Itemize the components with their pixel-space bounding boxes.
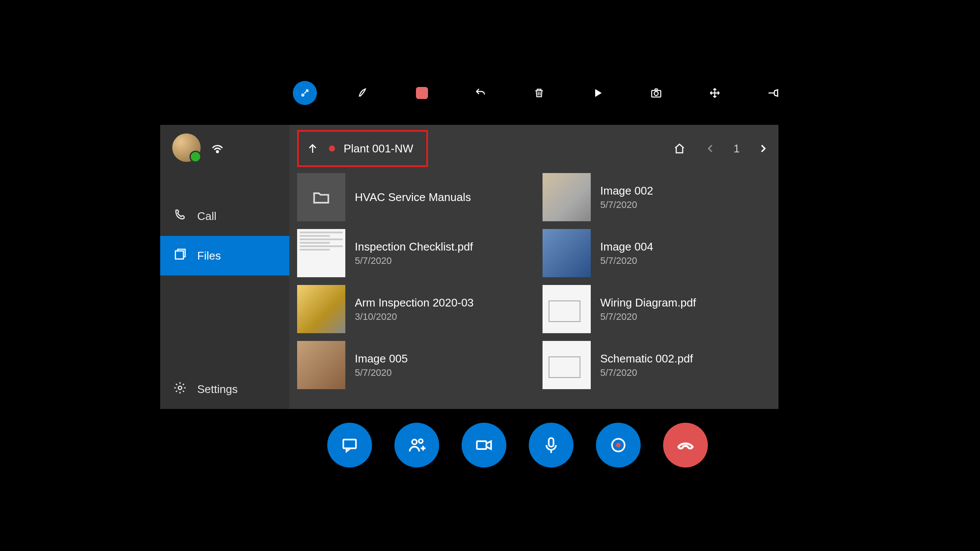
call-controls: [327, 423, 708, 467]
file-name: Schematic 002.pdf: [600, 352, 693, 365]
svg-point-8: [419, 439, 423, 443]
prev-page-button[interactable]: [703, 141, 718, 156]
move-tool-button[interactable]: [703, 81, 727, 105]
camera-button[interactable]: [644, 81, 668, 105]
file-name: Inspection Checklist.pdf: [355, 240, 473, 254]
file-date: 5/7/2020: [600, 199, 653, 210]
svg-rect-10: [549, 438, 554, 447]
breadcrumb[interactable]: Plant 001-NW: [297, 130, 428, 167]
undo-button[interactable]: [468, 81, 493, 105]
svg-point-2: [654, 92, 658, 96]
svg-point-5: [178, 386, 182, 390]
file-name: Image 005: [355, 352, 408, 365]
file-date: 5/7/2020: [600, 311, 696, 322]
add-participant-button[interactable]: [394, 423, 439, 467]
file-date: 5/7/2020: [600, 255, 653, 266]
file-item[interactable]: Image 004 5/7/2020: [543, 227, 771, 279]
gear-icon: [173, 381, 187, 398]
annotation-toolbar: [293, 81, 785, 105]
phone-icon: [173, 208, 187, 225]
sidebar-item-label: Files: [197, 249, 221, 263]
record-button[interactable]: [596, 423, 641, 467]
folder-icon: [297, 173, 345, 221]
svg-rect-4: [175, 251, 183, 259]
record-indicator-icon: [329, 145, 335, 152]
sidebar-item-label: Settings: [197, 383, 238, 396]
avatar[interactable]: [172, 133, 201, 162]
file-date: 5/7/2020: [355, 255, 473, 266]
chat-button[interactable]: [327, 423, 372, 467]
end-call-button[interactable]: [663, 423, 708, 467]
sidebar-item-call[interactable]: Call: [160, 196, 289, 236]
sidebar: Call Files Settings: [160, 125, 289, 409]
file-name: Image 002: [600, 184, 653, 198]
svg-point-0: [302, 94, 304, 96]
sidebar-item-files[interactable]: Files: [160, 236, 289, 276]
diagram-thumbnail: [543, 341, 591, 389]
files-grid: HVAC Service Manuals Image 002 5/7/2020 …: [297, 169, 771, 404]
image-thumbnail: [543, 229, 591, 277]
file-date: 3/10/2020: [355, 311, 474, 322]
file-date: 5/7/2020: [355, 367, 408, 378]
svg-point-7: [412, 440, 417, 444]
file-item[interactable]: Inspection Checklist.pdf 5/7/2020: [297, 227, 525, 279]
arrow-up-icon: [305, 141, 320, 156]
microphone-button[interactable]: [529, 423, 574, 467]
content-header: Plant 001-NW 1: [297, 128, 771, 169]
breadcrumb-label: Plant 001-NW: [344, 142, 413, 155]
next-page-button[interactable]: [755, 141, 771, 156]
play-button[interactable]: [586, 81, 610, 105]
file-name: Image 004: [600, 240, 653, 254]
wifi-icon: [210, 139, 225, 156]
file-name: HVAC Service Manuals: [355, 191, 471, 204]
stop-icon: [416, 87, 428, 99]
svg-rect-6: [343, 440, 356, 448]
video-button[interactable]: [462, 423, 506, 467]
svg-rect-9: [477, 441, 487, 449]
files-icon: [173, 248, 187, 264]
app-window: Call Files Settings: [160, 125, 778, 409]
file-date: 5/7/2020: [600, 367, 693, 378]
page-number: 1: [734, 142, 740, 155]
file-name: Wiring Diagram.pdf: [600, 296, 696, 310]
file-item[interactable]: Image 002 5/7/2020: [543, 171, 771, 223]
image-thumbnail: [543, 173, 591, 221]
file-item[interactable]: Schematic 002.pdf 5/7/2020: [543, 339, 771, 391]
sidebar-item-settings[interactable]: Settings: [160, 369, 289, 409]
header-controls: 1: [672, 141, 771, 156]
home-button[interactable]: [672, 141, 687, 156]
pin-button[interactable]: [761, 81, 785, 105]
sidebar-header: [160, 125, 289, 170]
file-name: Arm Inspection 2020-03: [355, 296, 474, 310]
file-item[interactable]: HVAC Service Manuals: [297, 171, 525, 223]
svg-point-12: [616, 443, 621, 448]
sidebar-item-label: Call: [197, 210, 217, 223]
pointer-tool-button[interactable]: [293, 81, 317, 105]
diagram-thumbnail: [543, 285, 591, 333]
image-thumbnail: [297, 285, 345, 333]
image-thumbnail: [297, 341, 345, 389]
file-item[interactable]: Image 005 5/7/2020: [297, 339, 525, 391]
delete-button[interactable]: [527, 81, 551, 105]
file-item[interactable]: Arm Inspection 2020-03 3/10/2020: [297, 283, 525, 335]
document-thumbnail: [297, 229, 345, 277]
ink-tool-button[interactable]: [351, 81, 375, 105]
stop-record-button[interactable]: [410, 81, 434, 105]
svg-point-3: [217, 151, 218, 152]
file-item[interactable]: Wiring Diagram.pdf 5/7/2020: [543, 283, 771, 335]
content-area: Plant 001-NW 1: [289, 125, 778, 409]
